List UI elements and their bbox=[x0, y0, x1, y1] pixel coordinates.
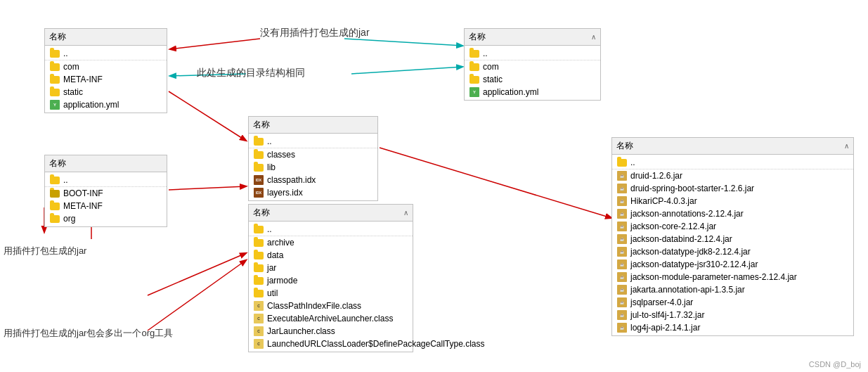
list-item[interactable]: data bbox=[249, 249, 413, 262]
folder-icon bbox=[616, 157, 628, 168]
list-item[interactable]: .. bbox=[465, 47, 600, 60]
list-item[interactable]: ☕ jackson-annotations-2.12.4.jar bbox=[612, 207, 853, 220]
class-icon: C bbox=[253, 338, 264, 349]
svg-line-3 bbox=[351, 67, 462, 74]
list-item[interactable]: ☕ HikariCP-4.0.3.jar bbox=[612, 195, 853, 207]
list-item[interactable]: ☕ jackson-databind-2.12.4.jar bbox=[612, 233, 853, 245]
file-name: application.yml bbox=[63, 100, 119, 110]
file-name: jackson-databind-2.12.4.jar bbox=[630, 234, 732, 244]
panel-top-right-title: 名称 bbox=[469, 31, 486, 43]
list-item[interactable]: ☕ jackson-module-parameter-names-2.12.4.… bbox=[612, 271, 853, 283]
file-name: .. bbox=[267, 224, 272, 234]
sort-icon[interactable]: ∧ bbox=[844, 142, 849, 150]
file-name: druid-spring-boot-starter-1.2.6.jar bbox=[630, 184, 754, 193]
list-item[interactable]: .. bbox=[249, 135, 377, 148]
file-name: com bbox=[483, 62, 499, 72]
list-item[interactable]: ☕ jsqlparser-4.0.jar bbox=[612, 296, 853, 309]
list-item[interactable]: META-INF bbox=[45, 200, 167, 212]
list-item[interactable]: ☕ jackson-datatype-jsr310-2.12.4.jar bbox=[612, 258, 853, 271]
list-item[interactable]: C ClassPathIndexFile.class bbox=[249, 300, 413, 312]
list-item[interactable]: ☕ jul-to-slf4j-1.7.32.jar bbox=[612, 309, 853, 321]
jar-icon: ☕ bbox=[616, 284, 628, 295]
panel-mid-left-title: 名称 bbox=[49, 158, 66, 169]
list-item[interactable]: ☕ jakarta.annotation-api-1.3.5.jar bbox=[612, 283, 853, 296]
list-item[interactable]: jar bbox=[249, 262, 413, 274]
list-item[interactable]: classes bbox=[249, 148, 377, 161]
class-icon: C bbox=[253, 300, 264, 312]
file-name: BOOT-INF bbox=[63, 188, 103, 198]
file-name: META-INF bbox=[63, 75, 103, 84]
jar-icon: ☕ bbox=[616, 233, 628, 245]
file-name: static bbox=[63, 87, 83, 97]
svg-line-0 bbox=[170, 39, 260, 49]
file-name: com bbox=[63, 62, 79, 72]
list-item[interactable]: IDX layers.idx bbox=[249, 186, 377, 199]
panel-right: 名称 ∧ .. ☕ druid-1.2.6.jar ☕ druid-spring… bbox=[611, 137, 854, 336]
svg-line-4 bbox=[169, 91, 246, 141]
file-name: LaunchedURLClassLoader$DefinePackageCall… bbox=[267, 339, 485, 349]
idx-icon: IDX bbox=[253, 187, 264, 198]
list-item[interactable]: com bbox=[465, 60, 600, 73]
folder-icon bbox=[469, 61, 480, 72]
jar-icon: ☕ bbox=[616, 208, 628, 219]
file-name: JarLauncher.class bbox=[267, 326, 335, 336]
list-item[interactable]: Y application.yml bbox=[465, 86, 600, 98]
file-name: jackson-datatype-jdk8-2.12.4.jar bbox=[630, 247, 751, 257]
file-name: application.yml bbox=[483, 87, 538, 97]
list-item[interactable]: Y application.yml bbox=[45, 98, 167, 111]
list-item[interactable]: .. bbox=[249, 223, 413, 236]
file-name: classpath.idx bbox=[267, 175, 316, 185]
jar-icon: ☕ bbox=[616, 183, 628, 194]
list-item[interactable]: ☕ jackson-datatype-jdk8-2.12.4.jar bbox=[612, 245, 853, 258]
annotation-no-plugin: 没有用插件打包生成的jar bbox=[260, 27, 370, 39]
list-item[interactable]: C LaunchedURLClassLoader$DefinePackageCa… bbox=[249, 338, 413, 350]
file-name: util bbox=[267, 288, 278, 298]
list-item[interactable]: .. bbox=[45, 174, 167, 186]
list-item[interactable]: .. bbox=[612, 156, 853, 169]
list-item[interactable]: .. bbox=[45, 47, 167, 60]
list-item[interactable]: lib bbox=[249, 161, 377, 174]
panel-right-header: 名称 ∧ bbox=[612, 138, 853, 155]
folder-icon bbox=[253, 288, 264, 299]
list-item[interactable]: ☕ druid-spring-boot-starter-1.2.6.jar bbox=[612, 182, 853, 195]
annotation-extra-org: 用插件打包生成的jar包会多出一个org工具 bbox=[4, 327, 173, 340]
list-item[interactable]: IDX classpath.idx bbox=[249, 174, 377, 186]
list-item[interactable]: static bbox=[465, 73, 600, 86]
panel-center-list: .. classes lib IDX classpath.idx IDX lay… bbox=[249, 134, 377, 200]
idx-icon: IDX bbox=[253, 174, 264, 186]
sort-icon[interactable]: ∧ bbox=[403, 209, 408, 217]
svg-line-1 bbox=[344, 39, 462, 46]
panel-center-title: 名称 bbox=[253, 119, 270, 131]
list-item[interactable]: util bbox=[249, 287, 413, 300]
folder-icon bbox=[253, 149, 264, 160]
file-name: .. bbox=[63, 175, 68, 185]
sort-icon[interactable]: ∧ bbox=[591, 33, 596, 41]
list-item[interactable]: C JarLauncher.class bbox=[249, 325, 413, 338]
panel-center-bottom: 名称 ∧ .. archive data jar jarmode util bbox=[248, 204, 413, 352]
file-name: jakarta.annotation-api-1.3.5.jar bbox=[630, 285, 745, 295]
svg-line-9 bbox=[148, 260, 246, 331]
list-item[interactable]: BOOT-INF bbox=[45, 187, 167, 200]
yaml-icon: Y bbox=[469, 86, 480, 98]
list-item[interactable]: jarmode bbox=[249, 274, 413, 287]
list-item[interactable]: static bbox=[45, 86, 167, 98]
panel-top-right-header: 名称 ∧ bbox=[465, 29, 600, 46]
list-item[interactable]: ☕ log4j-api-2.14.1.jar bbox=[612, 321, 853, 334]
folder-icon bbox=[469, 74, 480, 85]
list-item[interactable]: META-INF bbox=[45, 73, 167, 86]
file-name: classes bbox=[267, 150, 295, 160]
file-name: static bbox=[483, 75, 503, 84]
file-name: ClassPathIndexFile.class bbox=[267, 301, 361, 311]
panel-center-bottom-header: 名称 ∧ bbox=[249, 205, 413, 222]
list-item[interactable]: com bbox=[45, 60, 167, 73]
panel-mid-left: 名称 .. BOOT-INF META-INF org bbox=[44, 155, 167, 227]
panel-top-left: 名称 .. com META-INF static Y application.… bbox=[44, 28, 167, 113]
list-item[interactable]: ☕ jackson-core-2.12.4.jar bbox=[612, 220, 853, 233]
list-item[interactable]: ☕ druid-1.2.6.jar bbox=[612, 169, 853, 182]
list-item[interactable]: archive bbox=[249, 236, 413, 249]
list-item[interactable]: org bbox=[45, 212, 167, 225]
file-name: jackson-annotations-2.12.4.jar bbox=[630, 209, 744, 219]
list-item[interactable]: C ExecutableArchiveLauncher.class bbox=[249, 312, 413, 325]
jar-icon: ☕ bbox=[616, 246, 628, 257]
panel-top-left-list: .. com META-INF static Y application.yml bbox=[45, 46, 167, 113]
